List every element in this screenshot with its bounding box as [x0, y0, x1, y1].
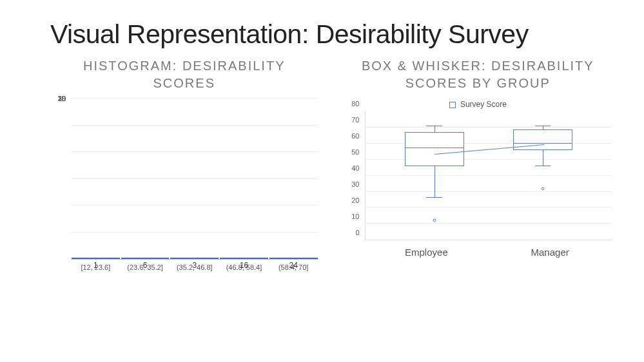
bar: 1: [72, 258, 120, 259]
boxplot-plot: [365, 111, 612, 240]
outlier: [541, 187, 544, 190]
ytick: 70: [351, 116, 359, 124]
whisker: [434, 166, 435, 198]
histogram-bar: 1: [71, 258, 121, 259]
median-line: [405, 148, 464, 148]
whisker-cap: [426, 126, 442, 126]
slide: Visual Representation: Desirability Surv…: [0, 0, 644, 362]
ytick: 20: [351, 196, 359, 204]
x-tick-label: Manager: [488, 247, 612, 258]
whisker: [543, 150, 543, 166]
boxplot-chart: BOX & WHISKER: DESIRABILITY SCORES BY GR…: [344, 57, 612, 279]
histogram-bars: 1631624: [71, 99, 318, 259]
histogram-bar: 24: [269, 258, 318, 259]
whisker: [434, 126, 435, 133]
ytick: 40: [351, 164, 359, 172]
boxplot-outer: 01020304050607080: [344, 111, 612, 240]
legend-swatch-icon: [449, 102, 456, 108]
median-line: [513, 143, 572, 144]
histogram-title: HISTOGRAM: DESIRABILITY SCORES: [50, 57, 318, 92]
histogram-chart: HISTOGRAM: DESIRABILITY SCORES 0 5 10 15…: [50, 57, 318, 279]
boxplot-y-axis: 01020304050607080: [344, 111, 362, 240]
histogram-plot: 1631624: [71, 99, 318, 260]
whisker-cap: [426, 197, 442, 198]
charts-row: HISTOGRAM: DESIRABILITY SCORES 0 5 10 15…: [50, 57, 612, 279]
ytick: 60: [351, 132, 359, 140]
whisker-cap: [535, 126, 551, 126]
boxplot-x-axis: EmployeeManager: [344, 247, 612, 258]
box-group: [385, 111, 483, 240]
bar-value-label: 6: [122, 261, 169, 270]
boxplot-title: BOX & WHISKER: DESIRABILITY SCORES BY GR…: [344, 57, 612, 92]
histogram-area: 0 5 10 15 20 25 30 1631624 [1: [50, 99, 318, 279]
box: [405, 132, 464, 166]
bar: 16: [220, 258, 268, 259]
bar: 3: [170, 258, 219, 259]
ytick: 80: [351, 100, 359, 108]
x-tick-label: Employee: [365, 247, 489, 258]
ytick: 50: [351, 148, 359, 156]
legend-label: Survey Score: [460, 100, 507, 109]
ytick: 30: [351, 180, 359, 188]
ytick: 10: [351, 213, 359, 220]
histogram-bar: 16: [219, 258, 269, 259]
outlier: [433, 219, 436, 222]
histogram-y-axis: 0 5 10 15 20 25 30: [50, 99, 68, 260]
boxplot-area: Survey Score 01020304050607080 EmployeeM…: [344, 99, 612, 258]
whisker-cap: [535, 166, 551, 166]
bar-value-label: 1: [72, 261, 119, 270]
bar-value-label: 16: [220, 261, 268, 270]
page-title: Visual Representation: Desirability Surv…: [50, 19, 612, 50]
bar: 24: [269, 258, 318, 259]
histogram-bar: 6: [121, 258, 170, 259]
box-group: [493, 111, 592, 240]
bar-value-label: 24: [270, 261, 317, 270]
histogram-bar: 3: [170, 258, 219, 259]
bar-value-label: 3: [171, 261, 218, 270]
ytick: 0: [355, 229, 359, 236]
bar: 6: [121, 258, 170, 259]
ytick: 30: [58, 95, 66, 102]
boxplot-legend: Survey Score: [344, 100, 612, 109]
